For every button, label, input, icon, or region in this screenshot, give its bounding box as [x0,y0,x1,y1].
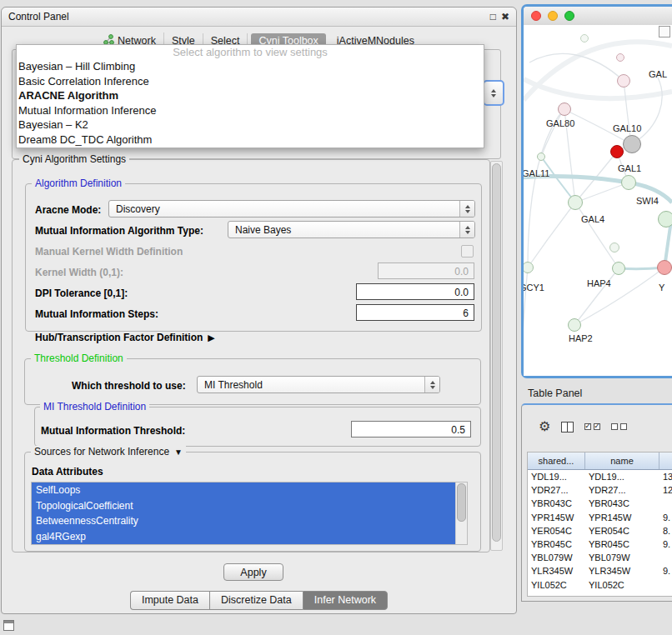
tab-impute-data[interactable]: Impute Data [130,591,209,610]
attribute-list-item[interactable]: SelfLoops [32,482,456,498]
stepper-icon [459,201,474,217]
table-row[interactable]: YDR27...YDR27...12 [528,483,672,497]
mi-steps-input[interactable]: 6 [356,304,474,321]
attributes-scrollbar[interactable] [455,482,467,544]
network-node[interactable] [658,211,672,228]
close-icon[interactable]: ✖ [501,12,509,22]
table-row[interactable]: YDL19...YDL19...13 [528,470,672,483]
algorithm-option-list: Bayesian – Hill ClimbingBasic Correlatio… [17,59,484,147]
network-node[interactable] [612,262,625,275]
close-window-button[interactable] [531,11,541,21]
column-header-name[interactable]: name [585,452,659,469]
tab-discretize-data[interactable]: Discretize Data [209,591,303,610]
sources-legend-toggle[interactable]: Sources for Network Inference▼ [31,446,186,458]
undock-icon[interactable]: □ [490,12,496,22]
algorithm-option[interactable]: Dream8 DC_TDC Algorithm [17,132,484,148]
hub-section-toggle[interactable]: Hub/Transcription Factor Definition▶ [35,331,215,344]
network-node[interactable] [657,260,672,275]
network-node[interactable] [568,318,581,332]
table-cell: YER054C [585,524,659,538]
algorithm-option[interactable]: Bayesian – Hill Climbing [17,59,484,74]
network-node[interactable] [568,195,583,210]
table-row[interactable]: YBL079WYBL079W [528,551,672,564]
table-row[interactable]: YPR145WYPR145W9. [528,511,672,524]
select-all-checks-icon[interactable] [584,423,600,430]
attribute-list-item[interactable]: BetweennessCentrality [32,513,456,529]
column-header-partial[interactable] [659,452,672,469]
table-cell: YDR27... [585,483,659,497]
algorithm-option[interactable]: Mutual Information Inference [17,103,484,118]
algorithm-definition-legend: Algorithm Definition [32,178,125,189]
network-node[interactable] [617,74,630,88]
stepper-icon [424,377,439,392]
threshold-definition-legend: Threshold Definition [31,352,127,364]
network-node[interactable] [616,53,624,62]
which-threshold-select[interactable]: MI Threshold [197,376,440,393]
aracne-mode-label: Aracne Mode: [35,203,101,217]
show-columns-icon[interactable] [561,422,574,432]
table-cell: 12 [659,483,672,497]
restore-panel-icon[interactable] [3,620,14,631]
table-cell: YPR145W [528,511,585,524]
mi-type-label: Mutual Information Algorithm Type: [35,224,203,238]
table-panel-title: Table Panel [528,388,582,399]
network-node-label: HAP4 [587,278,611,288]
attribute-list-item[interactable]: gal4RGexp [32,529,456,545]
table-cell [659,578,672,592]
tab-infer-network[interactable]: Infer Network [303,591,388,610]
aracne-mode-select[interactable]: Discovery [108,200,475,218]
table-cell: 9. [659,538,672,551]
attribute-list-item[interactable]: TopologicalCoefficient [32,498,456,514]
bottom-tabbar: Impute Data Discretize Data Infer Networ… [2,591,516,610]
control-panel-window: Control Panel □ ✖ Network [1,7,517,614]
table-row[interactable]: YBR043CYBR043C [528,497,672,510]
table-row[interactable]: YIL052CYIL052C [528,578,672,592]
network-node-label: GAL80 [546,118,574,128]
table-row[interactable]: YBR045CYBR045C9. [528,538,672,551]
table-cell: YBR045C [528,538,585,551]
control-panel-titlebar: Control Panel □ ✖ [2,8,516,27]
settings-scrollbar[interactable] [490,161,503,551]
hub-section-label: Hub/Transcription Factor Definition [35,332,203,343]
table-row[interactable]: YER054CYER054C8. [528,524,672,538]
column-header-shared-name[interactable]: shared... [528,452,585,469]
table-cell: 9. [659,511,672,524]
kernel-width-input[interactable]: 0.0 [378,262,474,279]
mi-type-select[interactable]: Naive Bayes [228,221,475,238]
network-node-label: GAL11 [524,168,549,178]
algorithm-option[interactable]: ARACNE Algorithm [17,88,484,103]
mi-steps-label: Mutual Information Steps: [35,308,158,321]
canvas-corner-button[interactable] [659,26,670,38]
manual-kernel-checkbox[interactable] [461,245,474,258]
cyni-settings-group: Cyni Algorithm Settings Algorithm Defini… [12,159,490,552]
network-canvas[interactable]: GALGAL80GAL10GAL11GAL1SWI4GAL4GCY1HAP4YH… [524,25,672,376]
network-node-label: Y [659,282,664,292]
network-node-label: GCY1 [524,282,544,292]
deselect-all-checks-icon[interactable] [611,423,627,430]
table-cell: YBL079W [585,551,659,564]
table-body: YDL19...YDL19...13YDR27...YDR27...12YBR0… [528,470,672,592]
table-row[interactable]: YLR345WYLR345W9. [528,564,672,578]
minimize-window-button[interactable] [548,11,558,21]
dpi-tolerance-input[interactable]: 0.0 [356,283,474,300]
network-node[interactable] [621,175,636,190]
table-cell: 13 [659,470,672,483]
table-toolbar: ⚙ [522,407,672,447]
kernel-width-label: Kernel Width (0,1): [35,266,123,279]
network-node[interactable] [610,145,624,158]
network-node[interactable] [537,152,545,161]
network-node[interactable] [558,102,571,116]
zoom-window-button[interactable] [564,11,574,21]
algorithm-select-stepper-button[interactable] [483,80,504,106]
attribute-table: shared... name YDL19...YDL19...13YDR27..… [527,452,672,597]
network-window-titlebar [524,7,672,26]
stepper-icon [459,222,474,238]
apply-button[interactable]: Apply [223,563,283,581]
network-node[interactable] [609,242,619,252]
mi-threshold-input[interactable]: 0.5 [351,421,471,438]
algorithm-option[interactable]: Basic Correlation Inference [17,74,484,89]
network-node[interactable] [623,135,641,153]
network-node[interactable] [580,34,589,42]
gear-icon[interactable]: ⚙ [539,420,550,433]
algorithm-option[interactable]: Bayesian – K2 [17,118,484,132]
